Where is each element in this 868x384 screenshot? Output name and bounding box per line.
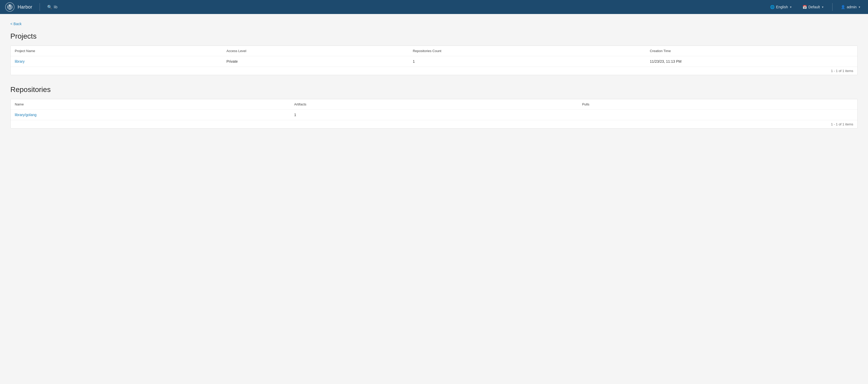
repositories-title: Repositories <box>10 86 858 94</box>
col-header-creation-time: Creation Time <box>646 46 857 56</box>
repositories-table-body: library/golang 1 1 - 1 of 1 items <box>11 110 857 128</box>
chevron-down-icon-3: ▼ <box>858 6 861 8</box>
user-icon: 👤 <box>841 5 845 9</box>
projects-section: Projects Project Name Access Level Repos… <box>10 32 858 75</box>
col-header-project-name: Project Name <box>11 46 222 56</box>
access-level-cell: Private <box>222 56 409 67</box>
projects-table: Project Name Access Level Repositories C… <box>11 46 857 75</box>
repositories-pagination: 1 - 1 of 1 items <box>11 120 857 128</box>
col-header-artifacts: Artifacts <box>290 99 578 110</box>
repositories-section: Repositories Name Artifacts Pulls librar… <box>10 86 858 128</box>
repos-count-cell: 1 <box>409 56 646 67</box>
repo-name-link[interactable]: library/golang <box>15 113 36 117</box>
header-left: Harbor 🔍 lib <box>5 2 58 12</box>
chevron-down-icon-2: ▼ <box>822 6 824 8</box>
repositories-table-container: Name Artifacts Pulls library/golang 1 <box>10 99 858 128</box>
header-right: 🌐 English ▼ 📅 Default ▼ 👤 admin ▼ <box>768 3 863 11</box>
language-label: English <box>776 5 788 9</box>
col-header-pulls: Pulls <box>578 99 857 110</box>
col-header-access-level: Access Level <box>222 46 409 56</box>
globe-icon: 🌐 <box>770 5 775 9</box>
default-label: Default <box>808 5 820 9</box>
repositories-table-header: Name Artifacts Pulls <box>11 99 857 110</box>
project-name-cell: library <box>11 56 222 67</box>
projects-title: Projects <box>10 32 858 40</box>
repositories-pagination-row: 1 - 1 of 1 items <box>11 120 857 128</box>
default-selector[interactable]: 📅 Default ▼ <box>800 4 826 10</box>
search-query[interactable]: lib <box>54 5 58 9</box>
table-row: library/golang 1 <box>11 110 857 120</box>
projects-table-header: Project Name Access Level Repositories C… <box>11 46 857 56</box>
user-menu[interactable]: 👤 admin ▼ <box>839 4 863 10</box>
repo-name-cell: library/golang <box>11 110 290 120</box>
user-label: admin <box>847 5 857 9</box>
app-title: Harbor <box>18 4 32 10</box>
repositories-table: Name Artifacts Pulls library/golang 1 <box>11 99 857 128</box>
table-row: library Private 1 11/23/23, 11:13 PM <box>11 56 857 67</box>
artifacts-cell: 1 <box>290 110 578 120</box>
calendar-icon: 📅 <box>803 5 807 9</box>
harbor-logo <box>5 2 14 12</box>
projects-pagination: 1 - 1 of 1 items <box>11 67 857 75</box>
app-header: Harbor 🔍 lib 🌐 English ▼ 📅 Default ▼ 👤 a… <box>0 0 868 14</box>
search-icon: 🔍 <box>47 5 52 9</box>
project-name-link[interactable]: library <box>15 59 25 63</box>
col-header-repos-count: Repositories Count <box>409 46 646 56</box>
projects-table-body: library Private 1 11/23/23, 11:13 PM 1 -… <box>11 56 857 75</box>
chevron-down-icon: ▼ <box>789 6 792 8</box>
col-header-name: Name <box>11 99 290 110</box>
pulls-cell <box>578 110 857 120</box>
projects-table-container: Project Name Access Level Repositories C… <box>10 46 858 75</box>
projects-pagination-row: 1 - 1 of 1 items <box>11 67 857 75</box>
search-area[interactable]: 🔍 lib <box>47 5 58 9</box>
main-content: < Back Projects Project Name Access Leve… <box>0 14 868 384</box>
header-separator-2 <box>832 3 833 11</box>
creation-time-cell: 11/23/23, 11:13 PM <box>646 56 857 67</box>
back-link[interactable]: < Back <box>10 22 22 26</box>
language-selector[interactable]: 🌐 English ▼ <box>768 4 794 10</box>
